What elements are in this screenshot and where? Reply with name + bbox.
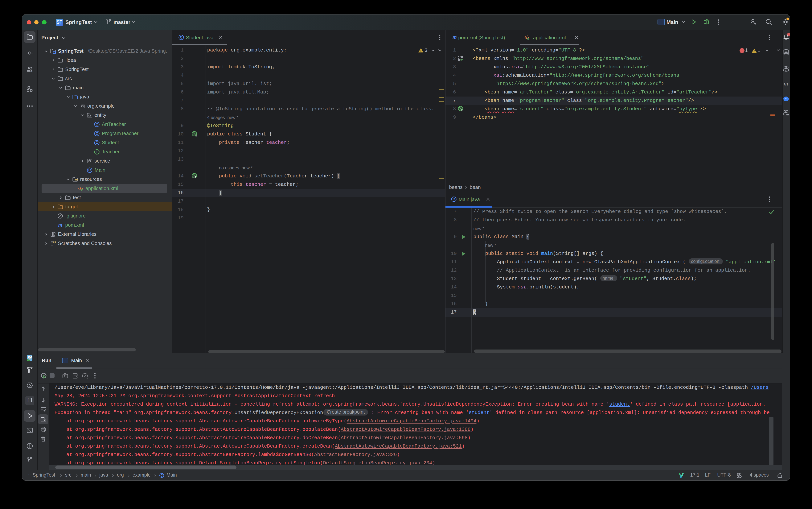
svg-text:C: C	[89, 168, 91, 172]
svg-text:C: C	[161, 474, 163, 477]
svg-text:C: C	[96, 132, 98, 135]
svg-text:I: I	[96, 150, 97, 154]
svg-text:C: C	[180, 35, 182, 39]
svg-text:C: C	[96, 123, 98, 126]
svg-text:C: C	[453, 197, 455, 201]
svg-text:C: C	[96, 141, 98, 145]
